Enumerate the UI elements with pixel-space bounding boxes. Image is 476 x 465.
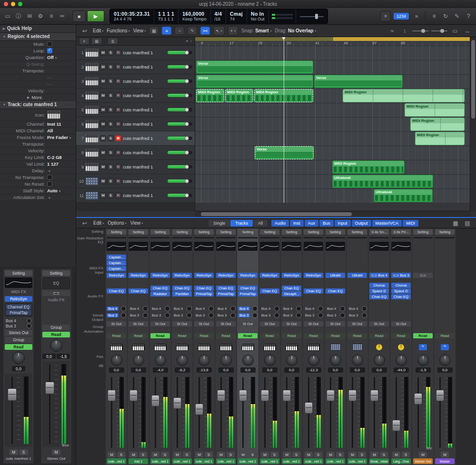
audio-fx-plugin[interactable]: Chan EQ xyxy=(326,288,345,294)
parameter-value[interactable]: Inst 11 xyxy=(47,121,61,127)
track-header[interactable]: 1 M S R cute manfred 1 xyxy=(76,46,195,60)
strip-format-icon[interactable]: ▦ xyxy=(451,218,460,228)
lcd-cell[interactable]: 160,0000 Keep Tempo xyxy=(178,9,210,23)
parameter-checkbox[interactable] xyxy=(47,181,52,187)
region-parameter-row[interactable]: ▶ More xyxy=(0,94,76,101)
minimize-window-button[interactable] xyxy=(11,2,15,6)
midi-region[interactable]: Verse xyxy=(196,75,313,88)
track-volume-slider[interactable] xyxy=(168,165,192,168)
send-destination[interactable]: Bus 3 xyxy=(238,313,250,317)
menubar-item[interactable]: View xyxy=(130,220,143,226)
input-button[interactable]: Ultrabt xyxy=(347,273,367,278)
volume-value[interactable]: -6,2 xyxy=(175,367,190,373)
send-destination[interactable]: Bus 4 xyxy=(194,307,206,311)
volume-fader[interactable] xyxy=(239,390,247,401)
sends-slot[interactable]: Bus 4 Bus 3 xyxy=(150,301,170,321)
send-level-knob[interactable] xyxy=(165,313,170,318)
automation-mode-button[interactable]: Read xyxy=(5,344,32,350)
output-button[interactable]: St Out xyxy=(260,321,279,326)
input-button[interactable]: RetroSyn xyxy=(304,273,323,278)
back-icon[interactable]: ↩ xyxy=(80,218,89,228)
track-mute-button[interactable]: M xyxy=(100,192,106,198)
track-volume-knob[interactable] xyxy=(185,50,189,55)
solo-button[interactable]: S xyxy=(314,452,322,457)
midi-fx-slot[interactable] xyxy=(326,252,345,273)
sends-slot[interactable]: Bus 4 Bus 3 xyxy=(326,301,345,321)
parameter-value[interactable]: Auto xyxy=(47,188,58,193)
mute-button[interactable]: M xyxy=(10,449,18,455)
channel-filter-button[interactable]: Master/VCA xyxy=(372,220,402,227)
automation-mode-button[interactable]: Read xyxy=(260,333,279,338)
send-slot[interactable]: Bus 4 xyxy=(259,306,280,311)
playhead[interactable] xyxy=(284,37,284,203)
send-destination[interactable]: Bus 4 xyxy=(347,307,359,311)
audio-fx-plugin[interactable]: PanMan xyxy=(172,291,192,297)
volume-fader[interactable] xyxy=(392,420,400,431)
mute-button[interactable]: M xyxy=(52,449,60,455)
audio-fx-plugin[interactable]: Chan EQ xyxy=(369,294,389,299)
eq-thumbnail[interactable] xyxy=(5,277,32,288)
automation-mode-button[interactable]: Read xyxy=(216,333,236,338)
sends-slot[interactable]: Bus 4 Bus 3 xyxy=(260,301,279,321)
send-level-knob[interactable] xyxy=(362,313,367,318)
send-destination[interactable]: Bus 3 xyxy=(326,313,337,317)
send-slot[interactable]: Bus 4 xyxy=(172,306,192,311)
mixer-view-button[interactable]: Tracks xyxy=(230,220,253,227)
output-button[interactable]: St Out xyxy=(238,321,258,326)
audio-fx-slot[interactable]: Chan EQ xyxy=(129,280,148,301)
parameter-value[interactable]: - - xyxy=(47,75,51,80)
track-volume-slider[interactable] xyxy=(168,194,192,197)
audio-fx-plugin[interactable]: PrimalTap xyxy=(194,291,214,297)
mixer-channel-strip[interactable]: Setting RetroSyn xyxy=(193,228,215,465)
smart-controls-icon[interactable]: ⚙ xyxy=(36,11,45,21)
send-level-knob[interactable] xyxy=(318,306,323,311)
mixer-icon[interactable]: ≡ xyxy=(47,11,56,21)
channel-name[interactable]: cute...red 1 xyxy=(150,458,170,464)
region-parameter-row[interactable]: - - xyxy=(0,74,76,81)
track-mute-button[interactable]: M xyxy=(100,107,106,113)
pane-divider[interactable] xyxy=(76,217,476,218)
midi-fx-slot[interactable] xyxy=(282,252,301,273)
send-level-knob[interactable] xyxy=(296,313,301,318)
track-mute-button[interactable]: M xyxy=(100,178,106,184)
midi-fx-slot[interactable] xyxy=(238,252,258,273)
group-slot[interactable] xyxy=(435,328,455,333)
audio-fx-plugin[interactable]: Radiator xyxy=(150,291,170,297)
arrange-grid[interactable]: Verse Verse Verse MIDI Region MIDI Regio… xyxy=(195,46,470,203)
output-button[interactable]: St Out xyxy=(216,321,236,326)
eq-thumbnail[interactable] xyxy=(326,242,345,251)
mixer-channel-strip[interactable]: Setting RetroSyn xyxy=(303,228,324,465)
region-box-icon[interactable]: ▭ xyxy=(450,26,460,36)
input-button[interactable]: RetroSyn xyxy=(238,273,258,278)
track-inspector-header[interactable]: Track: cute manfred 1 xyxy=(0,101,76,109)
channel-filter-button[interactable]: Aux xyxy=(305,220,319,227)
send-level-knob[interactable] xyxy=(318,313,323,318)
eq-slot[interactable]: EQ xyxy=(42,277,70,289)
volume-value[interactable]: 0,0 xyxy=(262,367,278,373)
midi-region[interactable]: MIDI Region xyxy=(415,132,465,145)
open-mixer-window-icon[interactable]: ▤ xyxy=(463,218,472,228)
group-slot[interactable] xyxy=(194,328,214,333)
send-slot[interactable]: Bus 3 xyxy=(238,312,258,318)
track-name[interactable]: cute manfred 1 xyxy=(123,136,166,141)
group-slot[interactable] xyxy=(238,328,258,333)
mixer-view-button[interactable]: All xyxy=(253,220,268,227)
midi-region[interactable]: Ultrabeat xyxy=(332,175,433,188)
send-slot[interactable]: Bus 4 xyxy=(347,306,367,311)
send-slot[interactable]: Bus 4 xyxy=(216,306,236,311)
volume-value[interactable]: -13,6 xyxy=(197,367,212,373)
midi-fx-slot[interactable] xyxy=(194,252,214,273)
output-button[interactable]: St Out xyxy=(369,321,389,326)
lcd-cell[interactable]: 4/4 /16 xyxy=(211,9,227,23)
group-slot[interactable] xyxy=(107,328,126,333)
pan-knob[interactable] xyxy=(50,339,62,352)
track-volume-knob[interactable] xyxy=(185,165,189,169)
midi-fx-plugin[interactable]: Captain... xyxy=(107,266,126,271)
parameter-value[interactable]: All xyxy=(47,128,53,133)
track-header[interactable]: 4 M S R cute manfred 1 xyxy=(76,89,195,103)
track-volume-slider[interactable] xyxy=(168,137,192,140)
track-solo-button[interactable]: S xyxy=(108,149,114,156)
solo-button[interactable]: S xyxy=(139,452,147,457)
output-button[interactable]: St Out xyxy=(347,321,367,326)
inspector-icon[interactable]: ⓘ xyxy=(14,11,23,21)
